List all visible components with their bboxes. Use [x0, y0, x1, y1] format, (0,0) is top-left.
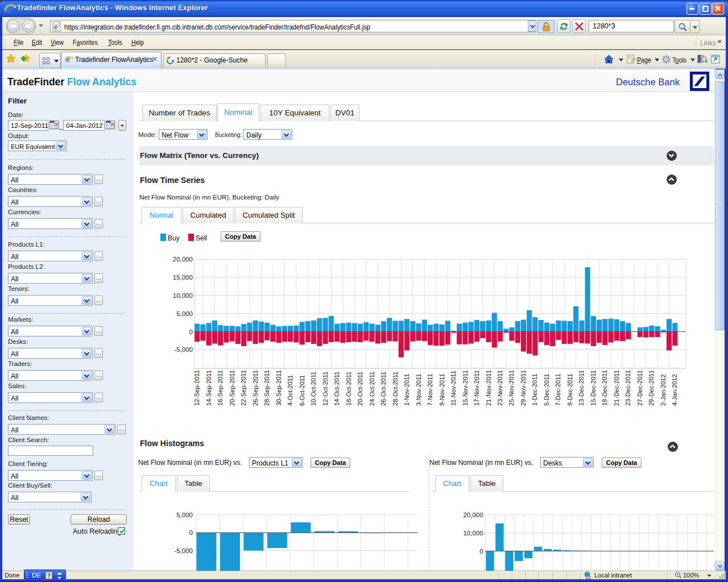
svg-text:20-Oct-2011: 20-Oct-2011	[357, 372, 363, 406]
svg-text:4-Oct-2011: 4-Oct-2011	[287, 375, 293, 406]
svg-text:21-Nov-2011: 21-Nov-2011	[485, 370, 492, 406]
svg-text:15,000: 15,000	[173, 274, 193, 281]
svg-text:0: 0	[189, 529, 193, 536]
svg-text:29-Nov-2011: 29-Nov-2011	[520, 370, 527, 406]
svg-text:e: e	[54, 23, 58, 31]
svg-text:20,000: 20,000	[463, 512, 483, 518]
svg-text:26-Sep-2011: 26-Sep-2011	[252, 370, 259, 406]
svg-text:14-Oct-2011: 14-Oct-2011	[333, 372, 340, 406]
svg-text:6-Oct-2011: 6-Oct-2011	[299, 375, 305, 406]
svg-text:23-Dec-2011: 23-Dec-2011	[624, 370, 631, 406]
svg-text:14-Sep-2011: 14-Sep-2011	[205, 370, 212, 406]
svg-text:20,000: 20,000	[173, 256, 193, 263]
svg-text:0: 0	[479, 548, 483, 555]
svg-text:-5,000: -5,000	[174, 346, 193, 353]
svg-text:3-Nov-2011: 3-Nov-2011	[415, 373, 422, 406]
svg-text:5,000: 5,000	[176, 310, 193, 317]
svg-text:12-Sep-2011: 12-Sep-2011	[193, 370, 200, 406]
svg-text:10,000: 10,000	[463, 530, 483, 537]
svg-text:-5,000: -5,000	[174, 547, 193, 554]
svg-text:11-Nov-2011: 11-Nov-2011	[450, 371, 457, 406]
svg-text:10-Oct-2011: 10-Oct-2011	[310, 372, 317, 406]
svg-text:4-Jan-2012: 4-Jan-2012	[671, 374, 678, 406]
svg-text:26-Oct-2011: 26-Oct-2011	[380, 372, 387, 406]
svg-text:12-Oct-2011: 12-Oct-2011	[322, 372, 329, 406]
svg-text:21-Dec-2011: 21-Dec-2011	[613, 370, 620, 406]
svg-text:23-Nov-2011: 23-Nov-2011	[497, 370, 503, 406]
svg-text:17-Nov-2011: 17-Nov-2011	[473, 370, 480, 406]
svg-text:1-Nov-2011: 1-Nov-2011	[403, 373, 410, 406]
svg-text:7-Dec-2011: 7-Dec-2011	[555, 373, 561, 406]
svg-text:5-Dec-2011: 5-Dec-2011	[543, 373, 550, 406]
svg-text:2-Jan-2012: 2-Jan-2012	[660, 374, 667, 406]
svg-text:15-Nov-2011: 15-Nov-2011	[462, 370, 469, 406]
svg-text:7-Nov-2011: 7-Nov-2011	[427, 373, 433, 406]
svg-text:15-Dec-2011: 15-Dec-2011	[590, 370, 597, 406]
svg-text:25-Nov-2011: 25-Nov-2011	[508, 370, 515, 406]
svg-text:24-Oct-2011: 24-Oct-2011	[369, 372, 375, 406]
svg-text:28-Oct-2011: 28-Oct-2011	[392, 372, 399, 406]
svg-text:27-Dec-2011: 27-Dec-2011	[636, 370, 643, 406]
svg-text:30-Sep-2011: 30-Sep-2011	[275, 370, 282, 406]
svg-text:19-Dec-2011: 19-Dec-2011	[601, 370, 608, 406]
svg-text:28-Sep-2011: 28-Sep-2011	[263, 370, 270, 406]
svg-text:29-Dec-2011: 29-Dec-2011	[648, 370, 655, 406]
svg-text:18-Oct-2011: 18-Oct-2011	[345, 372, 352, 406]
svg-text:9-Nov-2011: 9-Nov-2011	[439, 373, 445, 406]
svg-text:13-Dec-2011: 13-Dec-2011	[578, 370, 585, 406]
svg-text:5,000: 5,000	[176, 512, 193, 518]
svg-text:10,000: 10,000	[173, 292, 193, 299]
svg-text:9-Dec-2011: 9-Dec-2011	[566, 373, 573, 406]
svg-text:0: 0	[189, 329, 193, 335]
svg-text:1-Dec-2011: 1-Dec-2011	[531, 373, 538, 406]
svg-text:16-Sep-2011: 16-Sep-2011	[217, 370, 224, 406]
svg-text:20-Sep-2011: 20-Sep-2011	[229, 370, 235, 406]
svg-text:22-Sep-2011: 22-Sep-2011	[240, 370, 247, 406]
